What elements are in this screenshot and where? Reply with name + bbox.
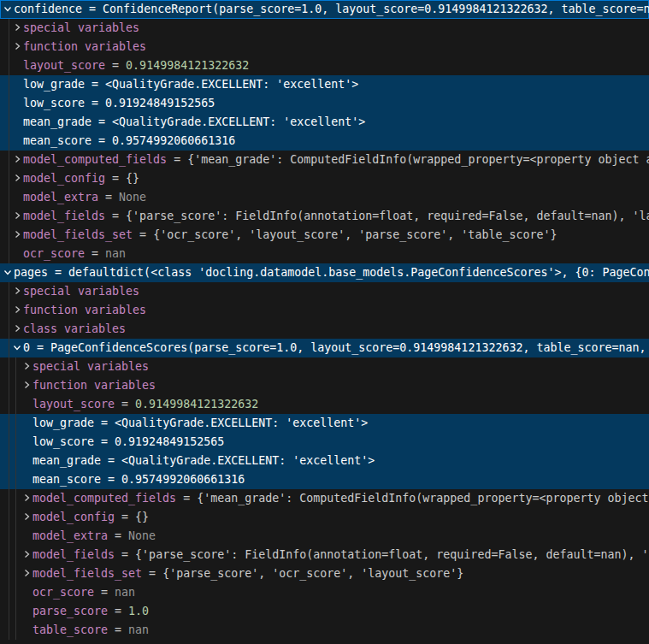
- tree-row-variable[interactable]: ocr_score = nan: [0, 583, 649, 602]
- variable-value: 0.9574992060661316: [121, 473, 245, 486]
- chevron-right-icon[interactable]: [12, 320, 23, 339]
- equals-sign: =: [30, 341, 50, 354]
- tree-row-variable[interactable]: low_score = 0.91924849152565: [0, 94, 649, 113]
- tree-row-variable[interactable]: layout_score = 0.9149984121322632: [0, 395, 649, 414]
- variable-name: confidence: [14, 3, 82, 15]
- equals-sign: =: [105, 59, 126, 72]
- chevron-right-icon[interactable]: [21, 357, 32, 376]
- chevron-right-icon[interactable]: [21, 376, 32, 395]
- chevron-down-icon[interactable]: [3, 0, 14, 19]
- chevron-right-icon[interactable]: [12, 38, 23, 56]
- variable-name: model_fields: [32, 548, 115, 561]
- tree-row-variable[interactable]: low_grade = <QualityGrade.EXCELLENT: 'ex…: [0, 414, 649, 433]
- chevron-right-icon[interactable]: [12, 282, 23, 301]
- tree-row-variable[interactable]: model_computed_fields = {'mean_grade': C…: [0, 151, 649, 169]
- indent-guide: [9, 602, 9, 621]
- tree-row-variable[interactable]: model_extra = None: [0, 188, 649, 207]
- tree-row-variable[interactable]: model_config = {}: [0, 169, 649, 188]
- tree-row-variable[interactable]: model_config = {}: [0, 508, 649, 527]
- tree-row-group[interactable]: class variables: [0, 320, 649, 339]
- tree-row-variable[interactable]: 0 = PageConfidenceScores(parse_score=1.0…: [0, 339, 649, 357]
- indent-guide: [9, 94, 9, 113]
- chevron-right-icon[interactable]: [12, 19, 23, 38]
- tree-row-group[interactable]: function variables: [0, 38, 649, 56]
- equals-sign: =: [85, 78, 105, 91]
- chevron-right-icon[interactable]: [21, 489, 32, 508]
- tree-row-variable[interactable]: low_grade = <QualityGrade.EXCELLENT: 'ex…: [0, 75, 649, 94]
- tree-row-variable[interactable]: layout_score = 0.9149984121322632: [0, 56, 649, 75]
- tree-row-variable[interactable]: confidence = ConfidenceReport(parse_scor…: [0, 0, 649, 19]
- variable-name: function variables: [23, 40, 146, 53]
- tree-row-variable[interactable]: mean_grade = <QualityGrade.EXCELLENT: 'e…: [0, 113, 649, 132]
- variable-value: PageConfidenceScores(parse_score=1.0, la…: [50, 341, 649, 354]
- tree-row-variable[interactable]: ocr_score = nan: [0, 245, 649, 263]
- tree-row-variable[interactable]: model_fields = {'parse_score': FieldInfo…: [0, 207, 649, 226]
- tree-row-variable[interactable]: low_score = 0.91924849152565: [0, 433, 649, 452]
- variable-name: class variables: [23, 322, 126, 335]
- chevron-down-icon[interactable]: [3, 263, 14, 282]
- indent-guide: [9, 527, 9, 546]
- variable-value: {'ocr_score', 'layout_score', 'parse_sco…: [153, 228, 557, 241]
- variable-name: model_fields_set: [23, 228, 133, 241]
- indent-guide: [9, 414, 9, 433]
- variable-name: model_fields_set: [32, 567, 142, 580]
- variable-value: nan: [128, 623, 149, 636]
- tree-row-variable[interactable]: model_fields_set = {'ocr_score', 'layout…: [0, 226, 649, 245]
- tree-row-group[interactable]: special variables: [0, 282, 649, 301]
- variable-name: pages: [14, 266, 48, 279]
- indent-guide: [9, 56, 9, 75]
- indent-guide: [15, 489, 16, 508]
- indent-guide: [15, 621, 16, 640]
- chevron-right-icon[interactable]: [21, 564, 32, 583]
- variable-name: model_computed_fields: [23, 153, 167, 166]
- tree-row-variable[interactable]: pages = defaultdict(<class 'docling.data…: [0, 263, 649, 282]
- indent-guide: [9, 564, 9, 583]
- chevron-down-icon[interactable]: [12, 339, 23, 357]
- tree-row-variable[interactable]: parse_score = 1.0: [0, 602, 649, 621]
- equals-sign: =: [142, 567, 162, 580]
- variable-name: ocr_score: [32, 586, 94, 599]
- variable-value: {'mean_grade': ComputedFieldInfo(wrapped…: [197, 492, 649, 505]
- tree-row-variable[interactable]: model_computed_fields = {'mean_grade': C…: [0, 489, 649, 508]
- indent-guide: [9, 188, 9, 207]
- equals-sign: =: [94, 417, 115, 429]
- chevron-right-icon[interactable]: [12, 151, 23, 169]
- indent-guide: [15, 470, 16, 489]
- variable-name: function variables: [32, 379, 156, 392]
- tree-row-variable[interactable]: table_score = nan: [0, 621, 649, 640]
- chevron-right-icon[interactable]: [21, 508, 32, 527]
- chevron-right-icon[interactable]: [12, 169, 23, 188]
- indent-guide: [9, 75, 9, 94]
- variable-name: parse_score: [32, 605, 108, 617]
- chevron-right-icon[interactable]: [12, 226, 23, 245]
- tree-row-variable[interactable]: model_fields = {'parse_score': FieldInfo…: [0, 546, 649, 564]
- indent-guide: [9, 583, 9, 602]
- chevron-right-icon[interactable]: [21, 546, 32, 564]
- variable-value: nan: [115, 586, 135, 599]
- variable-value: {'parse_score': FieldInfo(annotation=flo…: [135, 548, 649, 561]
- variable-value: {}: [126, 172, 139, 185]
- tree-row-variable[interactable]: model_fields_set = {'parse_score', 'ocr_…: [0, 564, 649, 583]
- tree-row-group[interactable]: special variables: [0, 357, 649, 376]
- chevron-right-icon[interactable]: [12, 301, 23, 320]
- indent-guide: [9, 132, 9, 151]
- indent-guide: [9, 395, 9, 414]
- equals-sign: =: [115, 511, 135, 523]
- indent-guide: [9, 301, 9, 320]
- variable-value: 0.91924849152565: [115, 435, 224, 448]
- variable-value: <QualityGrade.EXCELLENT: 'excellent'>: [121, 454, 375, 467]
- tree-row-variable[interactable]: mean_score = 0.9574992060661316: [0, 470, 649, 489]
- equals-sign: =: [101, 473, 121, 486]
- indent-guide: [15, 452, 16, 470]
- tree-row-variable[interactable]: mean_grade = <QualityGrade.EXCELLENT: 'e…: [0, 452, 649, 470]
- indent-guide: [9, 282, 9, 301]
- tree-row-group[interactable]: function variables: [0, 376, 649, 395]
- tree-row-variable[interactable]: model_extra = None: [0, 527, 649, 546]
- tree-row-group[interactable]: function variables: [0, 301, 649, 320]
- chevron-right-icon[interactable]: [12, 207, 23, 226]
- equals-sign: =: [91, 134, 112, 147]
- indent-guide: [9, 151, 9, 169]
- indent-guide: [9, 621, 9, 640]
- tree-row-variable[interactable]: mean_score = 0.9574992060661316: [0, 132, 649, 151]
- tree-row-group[interactable]: special variables: [0, 19, 649, 38]
